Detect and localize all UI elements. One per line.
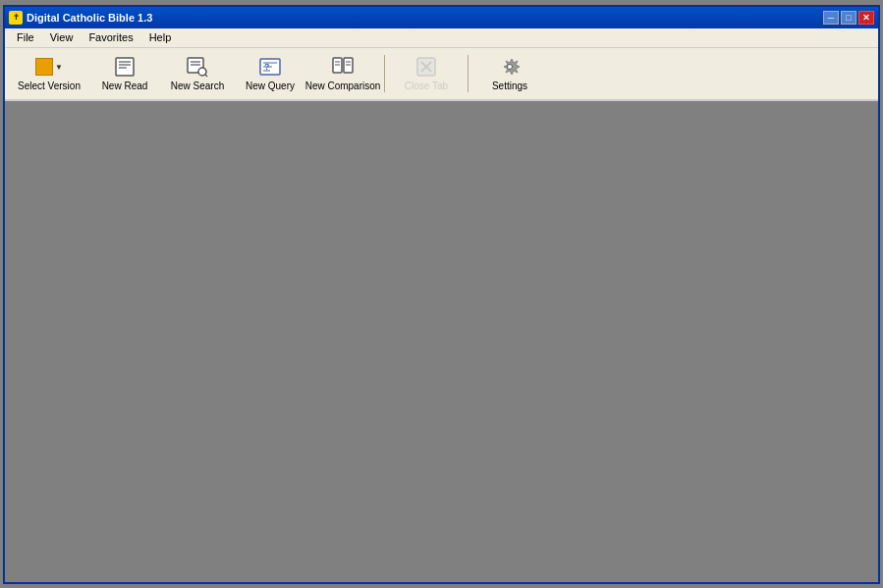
menu-bar: File View Favorites Help <box>5 28 878 48</box>
new-read-icon <box>113 55 137 79</box>
title-bar: ✝ Digital Catholic Bible 1.3 ─ □ ✕ <box>5 7 878 28</box>
close-tab-button: Close Tab <box>391 51 462 96</box>
close-tab-label: Close Tab <box>405 80 448 91</box>
new-query-icon: ? <box>258 55 282 79</box>
app-window: ✝ Digital Catholic Bible 1.3 ─ □ ✕ File … <box>3 5 880 584</box>
toolbar-separator-2 <box>468 55 469 92</box>
close-tab-icon <box>414 55 438 79</box>
svg-point-7 <box>198 68 206 76</box>
new-read-button[interactable]: New Read <box>89 51 160 96</box>
svg-line-8 <box>205 75 207 77</box>
settings-label: Settings <box>492 80 527 91</box>
window-title: Digital Catholic Bible 1.3 <box>27 12 152 24</box>
select-version-icon: ▼ <box>37 55 61 79</box>
new-search-button[interactable]: New Search <box>162 51 233 96</box>
new-read-label: New Read <box>102 80 148 91</box>
settings-icon <box>498 55 522 79</box>
maximize-button[interactable]: □ <box>841 11 856 25</box>
version-square-icon <box>35 58 53 76</box>
new-search-label: New Search <box>171 80 224 91</box>
new-query-button[interactable]: ? New Query <box>235 51 305 96</box>
select-version-button[interactable]: ▼ Select Version <box>11 51 87 96</box>
select-version-label: Select Version <box>18 80 81 91</box>
new-comparison-label: New Comparison <box>305 80 381 91</box>
new-comparison-icon <box>331 55 355 79</box>
menu-file[interactable]: File <box>9 29 42 45</box>
menu-view[interactable]: View <box>42 29 82 45</box>
content-area <box>5 101 878 582</box>
svg-point-23 <box>508 65 513 70</box>
toolbar-separator <box>384 55 385 92</box>
close-button[interactable]: ✕ <box>858 11 874 25</box>
new-comparison-button[interactable]: New Comparison <box>307 51 378 96</box>
menu-help[interactable]: Help <box>141 29 180 45</box>
app-icon: ✝ <box>9 11 23 25</box>
menu-favorites[interactable]: Favorites <box>81 29 140 45</box>
settings-button[interactable]: Settings <box>474 51 545 96</box>
svg-rect-0 <box>116 58 134 76</box>
window-controls: ─ □ ✕ <box>823 11 874 25</box>
title-bar-left: ✝ Digital Catholic Bible 1.3 <box>9 11 152 25</box>
new-search-icon <box>186 55 209 79</box>
toolbar: ▼ Select Version New Read <box>5 48 878 101</box>
new-query-label: New Query <box>246 80 295 91</box>
minimize-button[interactable]: ─ <box>823 11 839 25</box>
